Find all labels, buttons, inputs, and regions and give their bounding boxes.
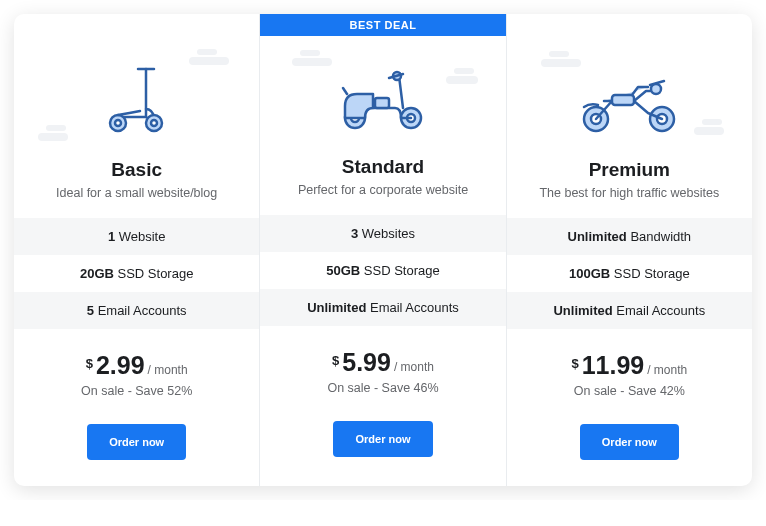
plan-subtitle: Perfect for a corporate website [260, 183, 505, 197]
svg-point-5 [151, 120, 157, 126]
currency-symbol: $ [332, 353, 339, 368]
price-block: $ 2.99 / month On sale - Save 52% [14, 329, 259, 406]
plan-feature: 50GB SSD Storage [260, 252, 505, 289]
price-period: / month [148, 363, 188, 377]
plan-title: Premium [507, 159, 752, 181]
price-period: / month [647, 363, 687, 377]
cloud-decoration [446, 76, 478, 84]
sale-text: On sale - Save 52% [14, 384, 259, 398]
scooter-icon [102, 59, 172, 139]
plan-feature: 1 Website [14, 218, 259, 255]
plan-icon-wrap [507, 39, 752, 159]
motorcycle-icon [574, 59, 684, 139]
cloud-decoration [694, 127, 724, 135]
order-button[interactable]: Order now [87, 424, 186, 460]
plan-feature: Unlimited Email Accounts [507, 292, 752, 329]
plan-basic: Basic Ideal for a small website/blog 1 W… [14, 14, 260, 486]
plan-feature: 3 Websites [260, 215, 505, 252]
price-period: / month [394, 360, 434, 374]
plan-icon-wrap [14, 39, 259, 159]
plan-feature: Unlimited Email Accounts [260, 289, 505, 326]
order-button[interactable]: Order now [580, 424, 679, 460]
price-block: $ 11.99 / month On sale - Save 42% [507, 329, 752, 406]
price-value: 5.99 [342, 348, 391, 377]
cloud-decoration [38, 133, 68, 141]
svg-point-4 [115, 120, 121, 126]
price-value: 2.99 [96, 351, 145, 380]
plan-feature: Unlimited Bandwidth [507, 218, 752, 255]
currency-symbol: $ [86, 356, 93, 371]
plan-badge [14, 14, 259, 39]
plan-badge-best-deal: BEST DEAL [260, 14, 505, 36]
plan-feature: 5 Email Accounts [14, 292, 259, 329]
plan-subtitle: Ideal for a small website/blog [14, 186, 259, 200]
cloud-decoration [541, 59, 581, 67]
plan-feature: 20GB SSD Storage [14, 255, 259, 292]
plan-subtitle: The best for high traffic websites [507, 186, 752, 200]
order-button[interactable]: Order now [333, 421, 432, 457]
cloud-decoration [189, 57, 229, 65]
plan-title: Basic [14, 159, 259, 181]
plan-badge [507, 14, 752, 39]
svg-rect-12 [375, 98, 389, 108]
price-block: $ 5.99 / month On sale - Save 46% [260, 326, 505, 403]
currency-symbol: $ [571, 356, 578, 371]
pricing-table: Basic Ideal for a small website/blog 1 W… [14, 14, 752, 486]
plan-icon-wrap [260, 36, 505, 156]
cloud-decoration [292, 58, 332, 66]
plan-feature: 100GB SSD Storage [507, 255, 752, 292]
price-value: 11.99 [582, 351, 645, 380]
sale-text: On sale - Save 42% [507, 384, 752, 398]
plan-premium: Premium The best for high traffic websit… [507, 14, 752, 486]
sale-text: On sale - Save 46% [260, 381, 505, 395]
plan-title: Standard [260, 156, 505, 178]
plan-standard: BEST DEAL [260, 14, 506, 486]
moped-icon [333, 56, 433, 136]
svg-rect-17 [612, 95, 634, 105]
